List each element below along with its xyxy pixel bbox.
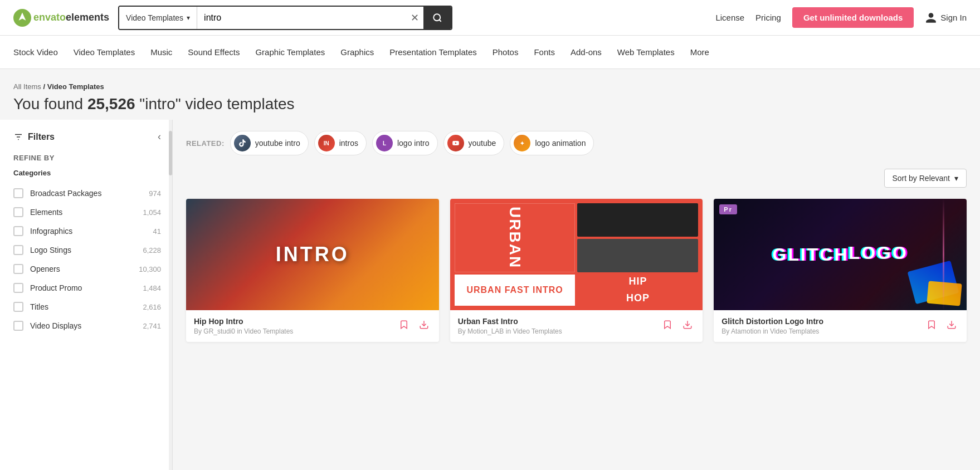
filter-checkbox-elements[interactable] bbox=[13, 207, 23, 217]
search-input[interactable] bbox=[197, 7, 406, 29]
bookmark-icon bbox=[399, 320, 409, 330]
item-info-urban: Urban Fast Intro By Motion_LAB in Video … bbox=[450, 310, 703, 342]
search-submit-button[interactable] bbox=[423, 7, 451, 29]
refine-by-label: Refine by bbox=[13, 154, 161, 162]
chevron-down-icon: ▾ bbox=[954, 174, 958, 183]
search-clear-button[interactable]: ✕ bbox=[406, 7, 423, 29]
tag-thumb-logo-animation: ✦ bbox=[514, 135, 530, 151]
content-area: RELATED: youtube intro IN intros L logo … bbox=[173, 120, 980, 470]
scroll-indicator bbox=[169, 120, 172, 470]
download-button-urban[interactable] bbox=[680, 317, 695, 335]
related-tag-youtube-intro[interactable]: youtube intro bbox=[230, 131, 309, 155]
nav-sound-effects[interactable]: Sound Effects bbox=[188, 45, 240, 59]
filter-checkbox-openers[interactable] bbox=[13, 264, 23, 274]
sort-select[interactable]: Sort by Relevant ▾ bbox=[884, 169, 967, 188]
nav-presentation-templates[interactable]: Presentation Templates bbox=[389, 45, 476, 59]
filter-checkbox-product-promo[interactable] bbox=[13, 283, 23, 293]
filter-infographics[interactable]: Infographics 41 bbox=[13, 222, 161, 241]
item-actions-urban bbox=[660, 317, 695, 335]
filters-title: Filters bbox=[13, 132, 55, 142]
bookmark-button-urban[interactable] bbox=[660, 317, 675, 335]
nav-stock-video[interactable]: Stock Video bbox=[13, 45, 58, 59]
related-tag-logo-animation-label: logo animation bbox=[535, 139, 586, 148]
collapse-filters-button[interactable]: ‹ bbox=[158, 131, 161, 143]
item-actions-hip-hop bbox=[397, 317, 431, 335]
nav-bar: Stock Video Video Templates Music Sound … bbox=[0, 36, 980, 69]
filter-label-elements: Elements bbox=[30, 208, 143, 217]
tag-thumb-logo-intro: L bbox=[376, 135, 393, 151]
filter-label-openers: Openers bbox=[30, 265, 139, 273]
account-icon bbox=[925, 12, 937, 24]
filter-count-titles: 2,616 bbox=[143, 303, 161, 311]
filter-label-infographics: Infographics bbox=[30, 227, 153, 236]
filter-checkbox-infographics[interactable] bbox=[13, 226, 23, 236]
item-info-hip-hop: Hip Hop Intro By GR_studi0 in Video Temp… bbox=[186, 310, 439, 342]
breadcrumb-all-items[interactable]: All Items bbox=[13, 82, 41, 91]
filter-product-promo[interactable]: Product Promo 1,484 bbox=[13, 278, 161, 297]
sidebar: Filters ‹ Refine by Categories Broadcast… bbox=[0, 120, 173, 470]
sign-in-button[interactable]: Sign In bbox=[925, 12, 967, 24]
item-author-link-hip-hop[interactable]: GR_studi0 bbox=[203, 327, 235, 335]
item-details-urban: Urban Fast Intro By Motion_LAB in Video … bbox=[458, 317, 661, 335]
filter-label-broadcast: Broadcast Packages bbox=[30, 189, 149, 198]
item-details-hip-hop: Hip Hop Intro By GR_studi0 in Video Temp… bbox=[194, 317, 397, 335]
get-unlimited-button[interactable]: Get unlimited downloads bbox=[792, 7, 914, 28]
item-author-link-urban[interactable]: Motion_LAB bbox=[467, 327, 504, 335]
item-title-glitch: Glitch Distortion Logo Intro bbox=[721, 317, 924, 326]
nav-more[interactable]: More bbox=[690, 45, 709, 59]
download-button-hip-hop[interactable] bbox=[417, 317, 431, 335]
license-link[interactable]: License bbox=[715, 13, 744, 22]
related-tag-logo-animation[interactable]: ✦ logo animation bbox=[510, 131, 594, 155]
nav-add-ons[interactable]: Add-ons bbox=[571, 45, 602, 59]
nav-fonts[interactable]: Fonts bbox=[534, 45, 555, 59]
related-tag-youtube[interactable]: youtube bbox=[443, 131, 505, 155]
filter-checkbox-logo-stings[interactable] bbox=[13, 245, 23, 255]
chevron-down-icon: ▾ bbox=[187, 14, 190, 22]
nav-graphic-templates[interactable]: Graphic Templates bbox=[255, 45, 325, 59]
logo[interactable]: envatoelements bbox=[13, 9, 109, 27]
filter-checkbox-broadcast[interactable] bbox=[13, 188, 23, 198]
search-category-selector[interactable]: Video Templates ▾ bbox=[119, 7, 197, 29]
bookmark-button-hip-hop[interactable] bbox=[397, 317, 411, 335]
item-author-link-glitch[interactable]: Atamotion bbox=[731, 327, 761, 335]
filter-logo-stings[interactable]: Logo Stings 6,228 bbox=[13, 241, 161, 260]
header: envatoelements Video Templates ▾ ✕ Licen… bbox=[0, 0, 980, 36]
sign-in-label: Sign In bbox=[940, 13, 967, 22]
breadcrumb: All Items / Video Templates bbox=[13, 82, 967, 91]
filters-icon bbox=[13, 132, 23, 142]
filter-checkbox-titles[interactable] bbox=[13, 302, 23, 312]
related-tag-intros[interactable]: IN intros bbox=[314, 131, 367, 155]
item-author-hip-hop: By GR_studi0 in Video Templates bbox=[194, 327, 397, 335]
results-header: All Items / Video Templates You found 25… bbox=[0, 69, 980, 120]
item-card-glitch-logo: Pr GLITCH LOGO Glitch Distortion Logo In… bbox=[714, 199, 967, 342]
filter-count-elements: 1,054 bbox=[143, 208, 161, 217]
search-category-label: Video Templates bbox=[126, 13, 183, 22]
nav-photos[interactable]: Photos bbox=[493, 45, 519, 59]
item-thumb-glitch[interactable]: Pr GLITCH LOGO bbox=[714, 199, 967, 310]
bookmark-icon bbox=[927, 320, 937, 330]
filter-checkbox-video-displays[interactable] bbox=[13, 321, 23, 331]
related-tag-logo-intro[interactable]: L logo intro bbox=[372, 131, 438, 155]
logo-text: envatoelements bbox=[33, 12, 109, 23]
sort-bar: Sort by Relevant ▾ bbox=[186, 169, 967, 188]
results-query: "intro" bbox=[139, 95, 185, 112]
pricing-link[interactable]: Pricing bbox=[755, 13, 781, 22]
bookmark-button-glitch[interactable] bbox=[924, 317, 939, 335]
sort-label: Sort by Relevant bbox=[893, 174, 950, 183]
related-tag-youtube-intro-label: youtube intro bbox=[255, 139, 300, 148]
premiere-badge: Pr bbox=[719, 204, 737, 214]
filter-broadcast-packages[interactable]: Broadcast Packages 974 bbox=[13, 184, 161, 203]
item-thumb-urban[interactable]: URBAN URBAN FAST INTRO HIP HOP bbox=[450, 199, 703, 310]
nav-web-templates[interactable]: Web Templates bbox=[617, 45, 675, 59]
item-thumb-hip-hop[interactable]: INTRO bbox=[186, 199, 439, 310]
results-suffix: video templates bbox=[185, 95, 294, 112]
filter-openers[interactable]: Openers 10,300 bbox=[13, 260, 161, 278]
download-icon bbox=[682, 320, 693, 330]
filter-video-displays[interactable]: Video Displays 2,741 bbox=[13, 316, 161, 335]
nav-music[interactable]: Music bbox=[150, 45, 172, 59]
nav-video-templates[interactable]: Video Templates bbox=[74, 45, 135, 59]
nav-graphics[interactable]: Graphics bbox=[340, 45, 374, 59]
filter-elements[interactable]: Elements 1,054 bbox=[13, 203, 161, 222]
download-button-glitch[interactable] bbox=[944, 317, 959, 335]
filter-titles[interactable]: Titles 2,616 bbox=[13, 297, 161, 316]
